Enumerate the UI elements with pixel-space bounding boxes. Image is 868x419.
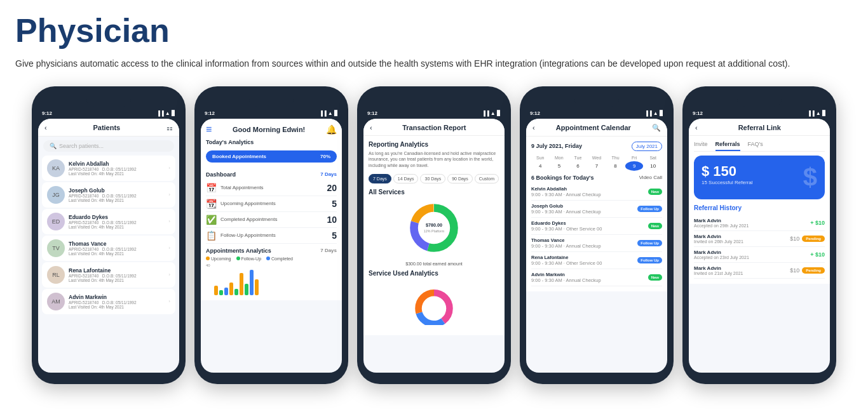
patient-row-3[interactable]: TV Thomas Vance APRID-5218740 D.O.B: 05/… <box>42 236 175 261</box>
time-4: 9:12 <box>530 110 540 116</box>
phones-row: 9:12 ▐▐ ▲ ▊ ‹ Patients ⚏ 🔍 Search patien… <box>15 86 853 384</box>
donut-chart: $780.00 12% Platform <box>369 199 499 256</box>
patient-name-1: Joseph Golub <box>69 187 165 194</box>
stat-value-2: 10 <box>327 215 337 225</box>
phone-frame-3: 9:12 ▐▐ ▲ ▊ ‹ Transaction Report · Repor… <box>357 86 511 384</box>
ref-amount-col-1: $10 Pending <box>790 236 825 242</box>
patient-last-5: Last Visited On: 4th May 2021 <box>69 305 165 309</box>
ref-count: 15 Successful Referral <box>702 180 752 185</box>
booking-time-1: 9:00 - 9:30 AM · Annual Checkup <box>531 209 601 215</box>
cal-6[interactable]: 6 <box>569 161 587 171</box>
booking-time-5: 9:00 - 9:30 AM · Annual Checkup <box>531 277 601 283</box>
booking-row-2: Eduardo Dykes 9:00 - 9:30 AM · Other Ser… <box>531 218 662 235</box>
ref-person-info-3: Mark Advin Invited on 21st July 2021 <box>694 265 743 276</box>
filter-custom[interactable]: Custom <box>475 174 499 183</box>
booked-btn[interactable]: Booked Appointments 70% <box>206 150 337 163</box>
patient-last-4: Last Visited On: 4th May 2021 <box>69 278 165 283</box>
ref-history-row-2: Mark Advin Accepted on 23rd July 2021 + … <box>694 247 825 263</box>
time-3: 9:12 <box>367 110 377 116</box>
patient-chevron-5: › <box>168 298 170 304</box>
booking-info-0: Kelvin Abdallah 9:00 - 9:30 AM · Annual … <box>531 186 601 197</box>
icons-4: ▐▐ ▲ ▊ <box>644 110 663 116</box>
period-select[interactable]: 7 Days <box>320 171 337 178</box>
cal-date-label: 9 July 2021, Friday <box>531 143 582 149</box>
ref-history-row-1: Mark Advin Invited on 26th July 2021 $10… <box>694 231 825 247</box>
patient-avatar-4: RL <box>47 266 65 284</box>
filter-7days[interactable]: 7 Days <box>369 174 391 183</box>
month-label[interactable]: July 2021 <box>632 142 662 151</box>
patient-avatar-3: TV <box>47 239 65 257</box>
filter-14days[interactable]: 14 Days <box>393 174 419 183</box>
cal-9-today[interactable]: 9 <box>625 161 644 171</box>
stat-row-2: ✅ Completed Appointments 10 <box>206 212 337 228</box>
ref-person-name-0: Mark Advin <box>694 218 749 223</box>
booking-row-5: Advin Markwin 9:00 - 9:30 AM · Annual Ch… <box>531 269 662 286</box>
booking-name-2: Eduardo Dykes <box>531 220 602 226</box>
status-bar-3: 9:12 ▐▐ ▲ ▊ <box>363 110 505 119</box>
tab-invite[interactable]: Invite <box>694 141 708 151</box>
ref-person-detail-2: Accepted on 23rd July 2021 <box>694 255 749 260</box>
booking-name-1: Joseph Golub <box>531 203 601 209</box>
stat-left-0: 📅 Total Appointments <box>206 183 264 193</box>
stat-label-0: Total Appointments <box>220 185 264 190</box>
dashboard-section: Dashboard 7 Days <box>206 171 337 178</box>
patient-name-3: Thomas Vance <box>69 241 165 247</box>
booking-info-2: Eduardo Dykes 9:00 - 9:30 AM · Other Ser… <box>531 220 602 232</box>
patient-info-2: Eduardo Dykes APRID-5218740 D.O.B: 05/11… <box>69 214 165 229</box>
patient-last-0: Last Visited On: 4th May 2021 <box>69 171 165 176</box>
search-icon-4[interactable]: 🔍 <box>652 124 661 132</box>
patient-row-4[interactable]: RL Rena Lafontaine APRID-5218740 D.O.B: … <box>42 262 175 288</box>
patient-row-2[interactable]: ED Eduardo Dykes APRID-5218740 D.O.B: 05… <box>42 209 175 234</box>
patient-meta-4: APRID-5218740 D.O.B: 05/11/1992 <box>69 274 165 278</box>
bell-icon-2[interactable]: 🔔 <box>326 124 337 135</box>
booking-name-3: Thomas Vance <box>531 237 601 243</box>
ref-history-row-0: Mark Advin Accepted on 29th July 2021 + … <box>694 215 825 231</box>
tab-faqs[interactable]: FAQ's <box>748 141 763 151</box>
ref-pending-badge-1: Pending <box>802 236 825 242</box>
patient-meta-0: APRID-5218740 D.O.B: 05/11/1992 <box>69 167 165 171</box>
patient-avatar-5: AM <box>47 293 65 310</box>
patient-row-0[interactable]: KA Kelvin Abdallah APRID-5218740 D.O.B: … <box>42 156 175 181</box>
day-mon: Mon <box>550 155 569 161</box>
ref-amount-val-3: $10 <box>790 267 799 274</box>
cal-8[interactable]: 8 <box>606 161 625 171</box>
cal-5[interactable]: 5 <box>550 161 569 171</box>
referral-tabs: Invite Referrals FAQ's <box>694 141 825 152</box>
patient-chevron-4: › <box>168 272 170 277</box>
patient-chevron-0: › <box>168 165 170 171</box>
notch-2 <box>249 95 294 107</box>
ref-amount-val-2: + $10 <box>810 251 825 258</box>
service-donut <box>369 281 499 325</box>
report-description: As long as you're Canadian-licensed and … <box>369 150 499 169</box>
patient-name-4: Rena Lafontaine <box>69 267 165 274</box>
filter-30days[interactable]: 30 Days <box>420 174 445 183</box>
appt-period: 7 Days <box>320 248 337 254</box>
status-bar-5: 9:12 ▐▐ ▲ ▊ <box>689 110 830 119</box>
stat-row-1: 📆 Upcoming Appointments 5 <box>206 196 337 212</box>
patient-avatar-0: KA <box>47 159 65 177</box>
stat-left-1: 📆 Upcoming Appointments <box>206 199 276 209</box>
filter-icon-1[interactable]: ⚏ <box>166 124 173 132</box>
menu-icon-2[interactable]: ≡ <box>206 124 212 135</box>
cal-4[interactable]: 4 <box>531 161 550 171</box>
patient-meta-2: APRID-5218740 D.O.B: 05/11/1992 <box>69 220 165 225</box>
patient-chevron-3: › <box>168 245 170 251</box>
referral-content: Invite Referrals FAQ's $ 150 15 Successf… <box>689 136 830 284</box>
filter-90days[interactable]: 90 Days <box>447 174 473 183</box>
screen-2: ≡ Good Morning Edwin! 🔔 Today's Analytic… <box>201 119 342 373</box>
ref-person-detail-1: Invited on 26th July 2021 <box>694 239 743 244</box>
search-placeholder-1: Search patients... <box>59 143 104 149</box>
cal-10[interactable]: 10 <box>644 161 662 171</box>
patient-row-1[interactable]: JG Joseph Golub APRID-5218740 D.O.B: 05/… <box>42 182 175 208</box>
stat-value-1: 5 <box>332 199 337 209</box>
stat-row-3: 📋 Follow-Up Appointments 5 <box>206 228 337 244</box>
screen-title-3: Transaction Report <box>372 124 496 131</box>
tab-referrals[interactable]: Referrals <box>715 141 740 151</box>
search-bar-1[interactable]: 🔍 Search patients... <box>43 140 174 152</box>
cal-7[interactable]: 7 <box>588 161 606 171</box>
screen-3: ‹ Transaction Report · Reporting Analyti… <box>363 119 505 373</box>
stat-label-3: Follow-Up Appointments <box>220 232 276 238</box>
patient-name-2: Eduardo Dykes <box>69 214 165 220</box>
transaction-content: Reporting Analytics As long as you're Ca… <box>363 136 505 335</box>
patient-row-5[interactable]: AM Advin Markwin APRID-5218740 D.O.B: 05… <box>42 289 175 314</box>
